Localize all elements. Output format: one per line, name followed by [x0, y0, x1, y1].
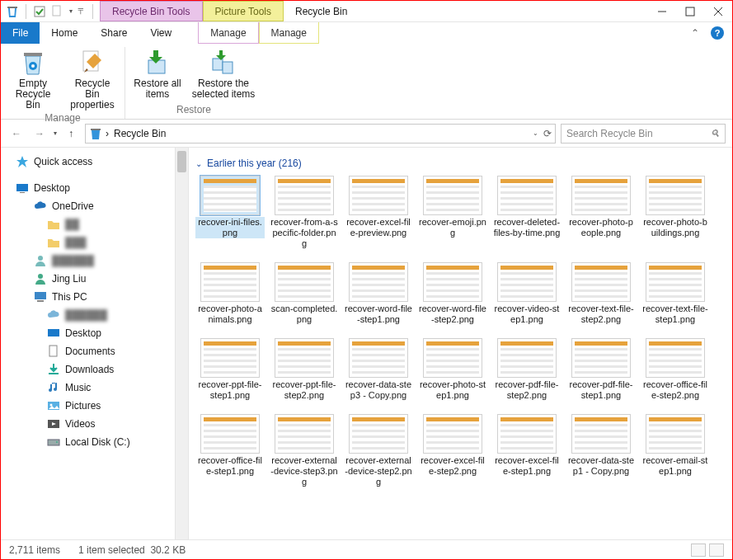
tab-file[interactable]: File [1, 22, 40, 44]
tab-share[interactable]: Share [89, 22, 139, 44]
recycle-bin-properties-button[interactable]: Recycle Bin properties [67, 47, 118, 111]
breadcrumb-location[interactable]: Recycle Bin [114, 128, 166, 139]
sidebar-item-user[interactable]: ██████ [1, 252, 175, 270]
window-title: Recycle Bin [284, 1, 648, 21]
file-tile[interactable]: recover-ini-files.png [195, 176, 265, 249]
tab-manage-picture[interactable]: Manage [259, 22, 319, 44]
file-tile[interactable]: recover-word-file-step1.png [344, 262, 413, 325]
address-dropdown-icon[interactable]: ⌄ [533, 129, 538, 137]
file-tile[interactable]: recover-email-step1.png [641, 414, 710, 487]
sidebar-scrollbar[interactable] [176, 148, 189, 539]
svg-rect-12 [223, 62, 233, 73]
file-tile[interactable]: recover-ppt-file-step2.png [270, 338, 339, 401]
up-button[interactable]: ↑ [62, 125, 80, 143]
file-tile[interactable]: recover-text-file-step1.png [641, 262, 710, 325]
view-details-button[interactable] [691, 544, 706, 557]
file-tile[interactable]: recover-text-file-step2.png [566, 262, 636, 325]
file-thumbnail [646, 262, 705, 302]
refresh-icon[interactable]: ⟳ [543, 128, 552, 139]
address-bar[interactable]: › Recycle Bin ⌄ ⟳ [85, 124, 556, 144]
pc-icon [34, 290, 47, 304]
scrollbar-thumb[interactable] [177, 151, 186, 172]
sidebar-item-this-pc[interactable]: This PC [1, 288, 175, 306]
sidebar-item-quick-access[interactable]: Quick access [1, 153, 175, 171]
file-tile[interactable]: recover-pdf-file-step1.png [566, 338, 636, 401]
sidebar-item-onedrive-child[interactable]: ███ [1, 233, 175, 252]
tab-manage-recycle[interactable]: Manage [198, 22, 258, 44]
file-thumbnail [200, 414, 260, 454]
restore-all-items-button[interactable]: Restore all items [132, 47, 183, 100]
context-tab-picture-tools[interactable]: Picture Tools [203, 1, 284, 21]
minimize-button[interactable] [648, 1, 676, 21]
file-tile[interactable]: recover-external-device-step2.png [344, 414, 413, 487]
window-controls [648, 1, 732, 21]
file-tile[interactable]: recover-office-file-step2.png [641, 338, 710, 401]
file-tile[interactable]: recover-video-step1.png [492, 262, 561, 325]
file-tile[interactable]: recover-photo-animals.png [195, 262, 265, 325]
file-tile[interactable]: recover-excel-file-step1.png [492, 414, 561, 487]
sidebar-item-pc-music[interactable]: Music [1, 379, 175, 397]
file-view[interactable]: ⌄ Earlier this year (216) recover-ini-fi… [189, 148, 732, 539]
new-quick-icon[interactable] [51, 5, 64, 18]
ribbon-collapse-icon[interactable]: ⌃ [691, 27, 699, 39]
body: Quick access Desktop OneDrive ██ ███ ███… [1, 148, 732, 539]
search-icon[interactable]: 🔍︎ [710, 128, 720, 139]
qat-overflow-icon[interactable]: 〒 [78, 6, 86, 17]
view-thumbnails-button[interactable] [709, 544, 724, 557]
restore-selected-items-button[interactable]: Restore the selected items [191, 47, 256, 100]
sidebar-item-onedrive[interactable]: OneDrive [1, 197, 175, 215]
sidebar-label: Local Disk (C:) [65, 436, 130, 448]
title-bar: ▾ 〒 Recycle Bin Tools Picture Tools Recy… [1, 1, 732, 22]
sidebar-item-pc-desktop[interactable]: Desktop [1, 324, 175, 342]
group-header[interactable]: ⌄ Earlier this year (216) [195, 154, 726, 176]
forward-button[interactable]: → [31, 125, 49, 143]
file-tile[interactable]: recover-emoji.png [418, 176, 487, 249]
file-tile[interactable]: recover-data-step3 - Copy.png [344, 338, 413, 401]
file-thumbnail [497, 414, 557, 454]
sidebar-item-pc-pictures[interactable]: Pictures [1, 397, 175, 415]
maximize-button[interactable] [676, 1, 704, 21]
properties-icon [78, 49, 106, 77]
file-tile[interactable]: recover-photo-step1.png [418, 338, 487, 401]
search-input[interactable]: Search Recycle Bin 🔍︎ [561, 124, 726, 144]
sidebar-item-pc-documents[interactable]: Documents [1, 342, 175, 360]
sidebar-item-pc-local-disk[interactable]: Local Disk (C:) [1, 433, 175, 451]
tab-view[interactable]: View [139, 22, 183, 44]
svg-rect-2 [53, 6, 60, 16]
file-tile[interactable]: recover-excel-file-preview.png [344, 176, 413, 249]
chevron-down-icon[interactable]: ⌄ [195, 159, 202, 168]
file-thumbnail [571, 414, 631, 454]
back-button[interactable]: ← [7, 125, 26, 143]
file-tile[interactable]: scan-completed.png [270, 262, 339, 325]
history-dropdown-icon[interactable]: ▾ [54, 129, 57, 137]
sidebar-item-pc-videos[interactable]: Videos [1, 415, 175, 433]
tab-home[interactable]: Home [40, 22, 89, 44]
sidebar-item-desktop[interactable]: Desktop [1, 179, 175, 197]
sidebar-item-pc-downloads[interactable]: Downloads [1, 360, 175, 379]
file-tile[interactable]: recover-deleted-files-by-time.png [492, 176, 561, 249]
file-tile[interactable]: recover-excel-file-step2.png [418, 414, 487, 487]
file-tile[interactable]: recover-photo-buildings.png [641, 176, 710, 249]
file-name: recover-office-file-step2.png [641, 379, 710, 401]
close-button[interactable] [704, 1, 732, 21]
file-tile[interactable]: recover-external-device-step3.png [270, 414, 339, 487]
file-tile[interactable]: recover-office-file-step1.png [195, 414, 265, 487]
file-tile[interactable]: recover-ppt-file-step1.png [195, 338, 265, 401]
help-icon[interactable]: ? [711, 26, 724, 40]
sidebar-item-onedrive-child[interactable]: ██ [1, 215, 175, 233]
file-tile[interactable]: recover-pdf-file-step2.png [492, 338, 561, 401]
file-tile[interactable]: recover-word-file-step2.png [418, 262, 487, 325]
navigation-pane[interactable]: Quick access Desktop OneDrive ██ ███ ███… [1, 148, 176, 539]
desktop-icon [47, 327, 60, 340]
properties-quick-icon[interactable] [33, 5, 46, 18]
file-tile[interactable]: recover-data-step1 - Copy.png [566, 414, 636, 487]
sidebar-label: Documents [65, 346, 115, 357]
sidebar-item-user-jing[interactable]: Jing Liu [1, 270, 175, 288]
empty-recycle-bin-button[interactable]: Empty Recycle Bin [7, 47, 59, 111]
breadcrumb[interactable]: › Recycle Bin [106, 128, 166, 139]
sidebar-item-thispc-child[interactable]: ██████ [1, 306, 175, 324]
file-tile[interactable]: recover-photo-people.png [566, 176, 636, 249]
quick-access-dropdown-icon[interactable]: ▾ [69, 7, 73, 15]
file-tile[interactable]: recover-from-a-specific-folder.png [270, 176, 339, 249]
context-tab-recyclebin-tools[interactable]: Recycle Bin Tools [100, 1, 203, 21]
